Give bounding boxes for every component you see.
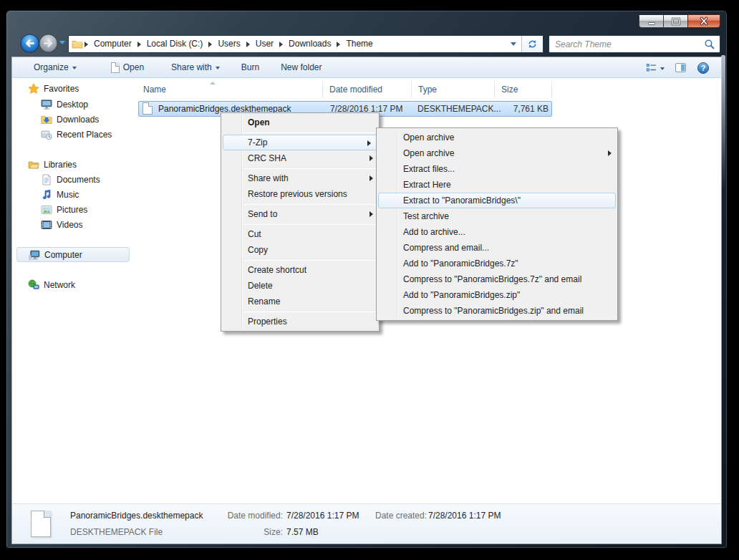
computer-icon (29, 249, 40, 261)
menu-item-delete[interactable]: Delete (221, 278, 379, 294)
menu-item-extract-to-panoramicbridges[interactable]: Extract to "PanoramicBridges\" (378, 193, 616, 208)
breadcrumb-separator-icon (246, 42, 250, 47)
preview-pane-button[interactable] (675, 62, 687, 74)
column-header-size[interactable]: Size (495, 81, 552, 98)
address-dropdown-icon[interactable] (506, 36, 521, 52)
details-pane: PanoramicBridges.deskthemepack Date modi… (12, 503, 721, 544)
menu-item-add-to-archive[interactable]: Add to archive... (377, 224, 617, 240)
menu-item-open-archive[interactable]: Open archive (377, 145, 617, 161)
sidebar-item-videos[interactable]: Videos (12, 217, 134, 232)
recent-pages-dropdown[interactable] (59, 41, 65, 44)
menu-item-compress-to-panoramicbridges-7z-and-email[interactable]: Compress to "PanoramicBridges.7z" and em… (377, 271, 617, 287)
context-menu: Open7-ZipCRC SHAShare withRestore previo… (221, 112, 380, 332)
sidebar-item-computer[interactable]: Computer (16, 247, 130, 262)
menu-item-copy[interactable]: Copy (221, 242, 379, 258)
menu-separator (243, 312, 377, 312)
sidebar-item-label: Favorites (44, 84, 79, 94)
forward-button[interactable] (39, 34, 58, 53)
organize-button[interactable]: Organize (29, 60, 81, 74)
document-icon (41, 174, 52, 185)
breadcrumb-separator-icon (137, 42, 141, 47)
burn-button[interactable]: Burn (237, 60, 264, 74)
sidebar-item-downloads[interactable]: Downloads (12, 112, 134, 127)
menu-item-send-to[interactable]: Send to (221, 206, 379, 222)
breadcrumb-separator-icon (337, 42, 340, 47)
breadcrumb-item-users[interactable]: Users (213, 36, 244, 52)
breadcrumb-item-user[interactable]: User (251, 36, 278, 52)
breadcrumb-separator-icon (84, 42, 88, 47)
sidebar-item-label: Desktop (57, 100, 88, 110)
menu-item-crc-sha[interactable]: CRC SHA (221, 150, 379, 166)
sidebar-item-libraries[interactable]: Libraries (12, 157, 134, 172)
menu-item-7-zip[interactable]: 7-Zip (223, 135, 377, 150)
maximize-icon (672, 17, 680, 26)
menu-item-share-with[interactable]: Share with (221, 170, 379, 186)
breadcrumb-item-local-disk-c-[interactable]: Local Disk (C:) (143, 36, 208, 52)
breadcrumb-item-theme[interactable]: Theme (342, 36, 377, 52)
file-type: DESKTHEMEPACK... (417, 102, 501, 116)
glass-sheen (721, 55, 725, 190)
views-button[interactable] (645, 62, 665, 74)
breadcrumb-item-computer[interactable]: Computer (90, 36, 136, 52)
search-input[interactable] (549, 37, 704, 52)
column-header-date-modified[interactable]: Date modified (323, 81, 412, 98)
menu-separator (243, 204, 377, 205)
menu-item-cut[interactable]: Cut (221, 226, 379, 242)
help-icon: ? (697, 62, 710, 74)
refresh-button[interactable] (521, 36, 543, 52)
sidebar-item-recent-places[interactable]: Recent Places (12, 127, 134, 142)
menu-item-test-archive[interactable]: Test archive (377, 208, 617, 224)
open-label: Open (123, 62, 144, 72)
menu-item-extract-files[interactable]: Extract files... (377, 161, 617, 177)
breadcrumb-separator-icon (279, 42, 283, 47)
breadcrumb: ComputerLocal Disk (C:)UsersUserDownload… (83, 36, 506, 52)
sidebar-item-label: Videos (57, 220, 82, 230)
maximize-button[interactable] (663, 14, 687, 28)
help-button[interactable]: ? (697, 62, 710, 74)
new-folder-button[interactable]: New folder (276, 60, 326, 74)
sidebar-item-favorites[interactable]: Favorites (12, 81, 134, 96)
column-header-name[interactable]: Name (137, 81, 323, 98)
music-icon (41, 189, 52, 201)
search-icon[interactable] (704, 39, 715, 50)
address-bar[interactable]: ComputerLocal Disk (C:)UsersUserDownload… (68, 35, 544, 53)
recent-icon (41, 129, 52, 140)
downloads-icon (41, 114, 52, 125)
desktop-icon (41, 99, 52, 110)
preview-pane-icon (675, 62, 687, 74)
menu-item-create-shortcut[interactable]: Create shortcut (221, 262, 379, 278)
burn-label: Burn (241, 62, 259, 72)
column-header-type[interactable]: Type (412, 81, 495, 98)
sidebar-item-network[interactable]: Network (12, 277, 134, 292)
menu-item-compress-and-email[interactable]: Compress and email... (377, 240, 617, 256)
close-icon (699, 16, 709, 26)
minimize-button[interactable] (639, 14, 663, 28)
breadcrumb-separator-icon (208, 42, 212, 47)
menu-item-open[interactable]: Open (221, 115, 379, 130)
menu-item-extract-here[interactable]: Extract Here (377, 177, 617, 193)
menu-item-restore-previous-versions[interactable]: Restore previous versions (221, 186, 379, 202)
menu-item-rename[interactable]: Rename (221, 294, 379, 309)
navigation-pane: FavoritesDesktopDownloadsRecent PlacesLi… (12, 79, 134, 503)
breadcrumb-item-downloads[interactable]: Downloads (284, 36, 335, 52)
menu-item-open-archive[interactable]: Open archive (377, 130, 617, 145)
sidebar-item-documents[interactable]: Documents (12, 172, 134, 187)
new-folder-label: New folder (281, 62, 322, 72)
forward-arrow-icon (39, 34, 58, 53)
menu-separator (243, 260, 377, 261)
sidebar-item-label: Recent Places (57, 130, 112, 140)
command-bar: Organize Open Share with Burn New folder (12, 57, 721, 78)
details-size-label: Size: (191, 527, 283, 537)
sidebar-item-pictures[interactable]: Pictures (12, 202, 134, 217)
back-button[interactable] (20, 34, 39, 53)
menu-item-compress-to-panoramicbridges-zip-and-email[interactable]: Compress to "PanoramicBridges.zip" and e… (377, 303, 617, 319)
menu-item-add-to-panoramicbridges-zip[interactable]: Add to "PanoramicBridges.zip" (377, 287, 617, 303)
sidebar-item-label: Downloads (57, 115, 99, 125)
share-with-button[interactable]: Share with (167, 60, 224, 74)
menu-item-properties[interactable]: Properties (221, 314, 379, 329)
sidebar-item-music[interactable]: Music (12, 187, 134, 202)
open-button[interactable]: Open (107, 60, 148, 75)
menu-item-add-to-panoramicbridges-7z[interactable]: Add to "PanoramicBridges.7z" (377, 256, 617, 271)
close-button[interactable] (687, 14, 720, 28)
sidebar-item-desktop[interactable]: Desktop (12, 97, 134, 112)
